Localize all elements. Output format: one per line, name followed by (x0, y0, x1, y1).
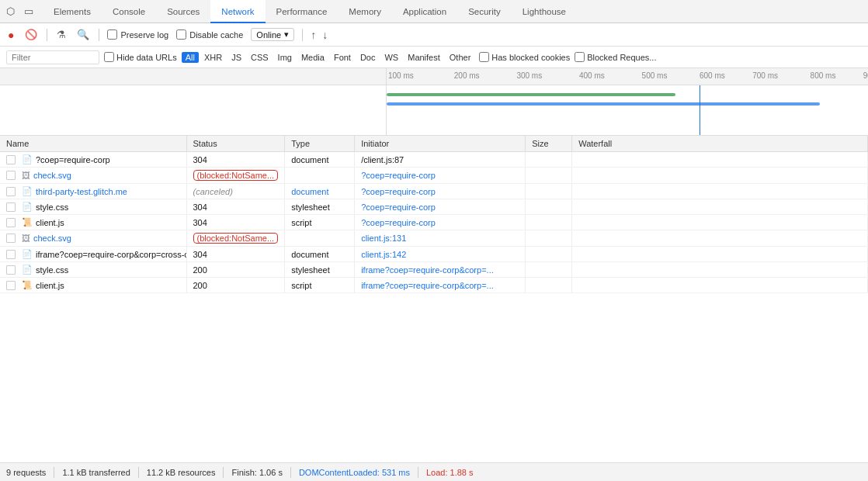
filter-input[interactable] (6, 50, 99, 64)
file-icon-6: 📄 (22, 249, 33, 259)
hide-data-urls-checkbox[interactable] (104, 52, 114, 62)
inspect-icon[interactable]: ⬡ (3, 4, 18, 19)
col-header-size[interactable]: Size (526, 136, 572, 152)
filter-ws[interactable]: WS (380, 52, 402, 63)
initiator-text-8[interactable]: iframe?coep=require-corp&corp=... (361, 281, 494, 290)
cell-waterfall-3 (572, 199, 868, 215)
cell-initiator-3[interactable]: ?coep=require-corp (355, 199, 526, 215)
tab-memory[interactable]: Memory (338, 0, 392, 23)
tick-700ms: 700 ms (752, 71, 778, 80)
cell-initiator-6[interactable]: client.js:142 (355, 247, 526, 262)
toolbar-divider-2 (99, 29, 99, 41)
cell-size-3 (526, 199, 572, 215)
cell-size-8 (526, 278, 572, 293)
cell-initiator-0: /client.js:87 (355, 152, 526, 168)
import-export: ↑ ↓ (311, 29, 328, 41)
device-icon[interactable]: ▭ (21, 4, 36, 19)
col-header-waterfall[interactable]: Waterfall (572, 136, 868, 152)
search-icon[interactable]: 🔍 (75, 27, 91, 42)
filter-other[interactable]: Other (446, 52, 475, 63)
row-name-text-5[interactable]: check.svg (33, 234, 71, 243)
tab-network[interactable]: Network (210, 0, 265, 23)
initiator-text-0: /client.js:87 (361, 155, 404, 164)
chart-left-spacer (0, 85, 387, 136)
blocked-cookies-checkbox[interactable] (479, 52, 489, 62)
chart-right-area (387, 85, 868, 136)
filter-icon[interactable]: ⚗ (55, 27, 68, 42)
preserve-log-checkbox[interactable] (107, 29, 117, 40)
filter-media[interactable]: Media (297, 52, 328, 63)
blocked-requests-label[interactable]: Blocked Reques... (575, 52, 656, 62)
blocked-cookies-label[interactable]: Has blocked cookies (479, 52, 570, 62)
table-row: 🖼check.svg(blocked:NotSame...client.js:1… (0, 230, 868, 247)
disable-cache-checkbox[interactable] (176, 29, 186, 40)
filter-font[interactable]: Font (330, 52, 355, 63)
blocked-cookies-text: Has blocked cookies (491, 53, 570, 62)
initiator-text-7[interactable]: iframe?coep=require-corp&corp=... (361, 265, 494, 275)
name-cell-1: 🖼check.svg (6, 171, 180, 180)
filter-img[interactable]: Img (274, 52, 296, 63)
col-header-type[interactable]: Type (285, 136, 355, 152)
tab-elements[interactable]: Elements (43, 0, 102, 23)
tab-sources[interactable]: Sources (156, 0, 210, 23)
cell-status-2: (canceled) (186, 184, 285, 199)
filter-xhr[interactable]: XHR (200, 52, 226, 63)
initiator-text-5[interactable]: client.js:131 (361, 234, 406, 243)
cell-initiator-2[interactable]: ?coep=require-corp (355, 184, 526, 199)
tick-900: 900 (863, 71, 868, 80)
tab-console[interactable]: Console (102, 0, 156, 23)
tick-100ms: 100 ms (388, 71, 414, 80)
filter-all[interactable]: All (182, 52, 199, 63)
blocked-requests-text: Blocked Reques... (587, 53, 656, 62)
upload-icon[interactable]: ↑ (311, 29, 316, 41)
tab-lighthouse[interactable]: Lighthouse (512, 0, 577, 23)
cell-initiator-5[interactable]: client.js:131 (355, 230, 526, 247)
cell-initiator-7[interactable]: iframe?coep=require-corp&corp=... (355, 262, 526, 278)
canceled-text-2: (canceled) (193, 187, 233, 196)
col-header-name[interactable]: Name (0, 136, 186, 152)
disable-cache-label[interactable]: Disable cache (176, 29, 243, 40)
initiator-text-6[interactable]: client.js:142 (361, 250, 406, 259)
throttle-value: Online (256, 30, 281, 40)
table-header-row: Name Status Type Initiator Size Waterfal… (0, 136, 868, 152)
cell-type-7: stylesheet (285, 262, 355, 278)
col-header-initiator[interactable]: Initiator (355, 136, 526, 152)
network-table-container[interactable]: Name Status Type Initiator Size Waterfal… (0, 136, 868, 396)
hide-data-urls-label[interactable]: Hide data URLs (104, 52, 177, 62)
initiator-text-4[interactable]: ?coep=require-corp (361, 218, 436, 227)
cell-waterfall-1 (572, 168, 868, 184)
cell-initiator-8[interactable]: iframe?coep=require-corp&corp=... (355, 278, 526, 293)
file-icon-2: 📄 (22, 186, 33, 196)
devtools-actions: ⬡ ▭ (3, 4, 36, 19)
row-name-text-2[interactable]: third-party-test.glitch.me (36, 187, 127, 196)
filter-css[interactable]: CSS (247, 52, 273, 63)
preserve-log-label[interactable]: Preserve log (107, 29, 168, 40)
row-name-text-7: style.css (36, 265, 68, 275)
toolbar-divider-1 (47, 29, 47, 41)
initiator-text-1[interactable]: ?coep=require-corp (361, 171, 436, 180)
initiator-text-3[interactable]: ?coep=require-corp (361, 202, 436, 212)
throttle-select[interactable]: Online ▾ (251, 28, 294, 41)
row-name-text-6: iframe?coep=require-corp&corp=cross-orig… (36, 250, 186, 259)
blocked-requests-checkbox[interactable] (575, 52, 585, 62)
tab-performance[interactable]: Performance (266, 0, 339, 23)
cell-waterfall-4 (572, 215, 868, 230)
record-icon[interactable]: ● (6, 27, 16, 43)
preserve-log-text: Preserve log (120, 30, 168, 40)
cell-size-5 (526, 230, 572, 247)
download-icon[interactable]: ↓ (322, 29, 328, 41)
row-name-text-1[interactable]: check.svg (33, 171, 71, 180)
tab-security[interactable]: Security (457, 0, 512, 23)
table-row: 📄?coep=require-corp304document/client.js… (0, 152, 868, 168)
cell-initiator-4[interactable]: ?coep=require-corp (355, 215, 526, 230)
col-header-status[interactable]: Status (186, 136, 285, 152)
clear-icon[interactable]: 🚫 (23, 27, 39, 42)
name-cell-2: 📄third-party-test.glitch.me (6, 186, 180, 196)
initiator-text-2[interactable]: ?coep=require-corp (361, 187, 436, 196)
filter-manifest[interactable]: Manifest (404, 52, 444, 63)
cell-initiator-1[interactable]: ?coep=require-corp (355, 168, 526, 184)
filter-js[interactable]: JS (227, 52, 245, 63)
tab-application[interactable]: Application (392, 0, 457, 23)
cell-name-4: 📜client.js (0, 215, 186, 230)
filter-doc[interactable]: Doc (356, 52, 380, 63)
